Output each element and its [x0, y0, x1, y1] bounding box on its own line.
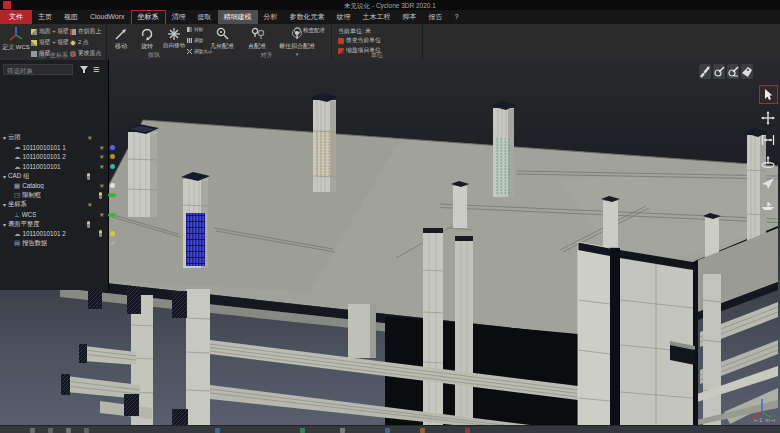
light-toggle-icon[interactable]	[99, 230, 102, 237]
tree-item-flatness-cloud[interactable]: ☁ 10110010101 2	[0, 229, 120, 239]
taskbar-icon[interactable]	[420, 428, 425, 433]
on-section-icon	[70, 29, 76, 35]
tab-analysis[interactable]: 分析	[258, 10, 284, 24]
ucs-wall-wall-button[interactable]: 墙壁 + 墙壁	[31, 38, 69, 47]
light-toggle-icon[interactable]	[99, 192, 102, 199]
object-tree-panel: 筛选对象 ≡ ▾ 云团 ✳ ☁ 10110010101 1 ✳ ☁ 101100…	[0, 60, 109, 290]
panel-menu-icon[interactable]: ≡	[93, 62, 99, 76]
taskbar-icon[interactable]	[300, 428, 305, 433]
tab-home[interactable]: 主页	[32, 10, 58, 24]
free-move-button[interactable]: 自由移动	[161, 27, 187, 49]
annotate-distance-button[interactable]	[727, 64, 739, 79]
annotate-point-button[interactable]	[713, 64, 725, 79]
move-arrow-icon	[114, 27, 128, 41]
expander-icon[interactable]: ▾	[3, 221, 6, 228]
tree-group-surface-flatness[interactable]: ▾ 表面平整度	[0, 219, 108, 229]
wall-wall-icon	[31, 40, 37, 46]
catalog-icon: ▦	[14, 182, 20, 190]
tab-extract[interactable]: 提取	[192, 10, 218, 24]
tree-item-cloud-2[interactable]: ☁ 10110010101 2 ✳	[0, 152, 120, 162]
change-unit-button[interactable]: 改变当前单位	[338, 36, 381, 45]
tree-item-cloud-1[interactable]: ☁ 10110010101 1 ✳	[0, 143, 120, 153]
adjust-button[interactable]: 调整	[187, 38, 203, 43]
taskbar-icon[interactable]	[84, 428, 89, 433]
define-wcs-button[interactable]: 定义 WCS	[2, 26, 30, 52]
visibility-icon[interactable]: ✳	[87, 134, 92, 141]
os-taskbar[interactable]	[0, 425, 780, 433]
visibility-icon[interactable]: ✳	[87, 201, 92, 208]
tab-civil[interactable]: 土木工程	[357, 10, 397, 24]
green-toggle[interactable]	[108, 213, 116, 217]
visibility-icon[interactable]: ✳	[99, 211, 104, 218]
tab-cloudworx[interactable]: CloudWorx	[84, 10, 131, 24]
visibility-icon[interactable]: ✳	[99, 144, 104, 151]
rotate-icon	[140, 27, 154, 41]
report-icon: ▤	[14, 239, 20, 247]
geo-registration-button[interactable]: 几何配准	[206, 26, 238, 51]
distance-tool-button[interactable]	[760, 131, 777, 148]
tree-item-wcs[interactable]: ⊥ WCS ✳	[0, 210, 120, 220]
tab-view[interactable]: 视图	[58, 10, 84, 24]
tree-item-report-data[interactable]: ▤ 报告数据 ⌕	[0, 239, 120, 249]
taskbar-icon[interactable]	[66, 428, 71, 433]
visibility-icon[interactable]: ✳	[99, 182, 104, 189]
light-toggle-icon[interactable]	[87, 173, 90, 180]
taskbar-icon[interactable]	[340, 428, 345, 433]
tab-texturing[interactable]: 纹理	[331, 10, 357, 24]
geo-registration-icon	[215, 26, 230, 41]
tree-item-limit-box[interactable]: ◳ 限制框	[0, 191, 120, 201]
ribbon: 定义 WCS 地面 + 墙壁 墙壁 + 墙壁 墙壁 在切面上 2 点	[0, 24, 780, 60]
mirror-button[interactable]: 对称	[187, 27, 203, 32]
walk-tool-button[interactable]	[760, 197, 777, 214]
green-toggle[interactable]	[108, 193, 116, 197]
measure-pen-button[interactable]	[699, 64, 711, 79]
magnifier-icon[interactable]: ⌕	[111, 239, 115, 247]
taskbar-icon[interactable]	[385, 428, 390, 433]
ucs-ground-wall-button[interactable]: 地面 + 墙壁	[31, 27, 69, 36]
taskbar-icon[interactable]	[48, 428, 53, 433]
orbit-tool-button[interactable]	[760, 153, 777, 170]
tree-item-catalog[interactable]: ▦ Catalog ✳	[0, 181, 120, 191]
tree-group-coordinate-systems[interactable]: ▾ 坐标系 ✳	[0, 200, 108, 210]
taskbar-icon[interactable]	[465, 428, 470, 433]
tab-file[interactable]: 文件	[0, 10, 32, 24]
expander-icon[interactable]: ▾	[3, 173, 6, 180]
visibility-icon[interactable]: ✳	[99, 163, 104, 170]
bestfit-registration-icon	[290, 27, 304, 41]
turntable-icon	[761, 155, 775, 169]
limit-box-icon: ◳	[14, 191, 20, 199]
taskbar-icon[interactable]	[215, 428, 220, 433]
expander-icon[interactable]: ▾	[3, 201, 6, 208]
title-bar: 未见说化 - Cyclone 3DR 2020.1	[0, 0, 780, 10]
ground-wall-icon	[31, 29, 37, 35]
taskbar-icon[interactable]	[30, 428, 35, 433]
light-toggle-icon[interactable]	[87, 221, 90, 228]
two-points-icon	[70, 40, 76, 46]
filter-funnel-stem	[83, 70, 85, 73]
tree-item-cloud-3[interactable]: ☁ 10110010101 ✳	[0, 162, 120, 172]
pan-tool-button[interactable]	[760, 109, 777, 126]
select-tool-button[interactable]	[759, 85, 778, 104]
ucs-2-points-button[interactable]: 2 点	[70, 38, 89, 47]
tag-icon	[741, 66, 753, 78]
tab-script[interactable]: 脚本	[397, 10, 423, 24]
cloud-icon: ☁	[14, 230, 21, 238]
visibility-icon[interactable]: ✳	[99, 153, 104, 160]
tag-label-button[interactable]	[741, 64, 753, 79]
group-label-manipulate: 操纵	[107, 51, 201, 60]
filter-input[interactable]: 筛选对象	[3, 64, 73, 75]
expander-icon[interactable]: ▾	[3, 134, 6, 141]
tree-group-cad[interactable]: ▾ CAD 组	[0, 171, 108, 181]
fly-tool-button[interactable]	[760, 175, 777, 192]
paper-plane-icon	[761, 177, 775, 190]
rotate-button[interactable]: 旋转	[135, 27, 159, 51]
move-button[interactable]: 移动	[109, 27, 133, 51]
annotate-distance-icon	[728, 66, 739, 78]
tab-help[interactable]: ?	[449, 10, 465, 24]
tab-parametric[interactable]: 参数化元素	[284, 10, 331, 24]
tab-cleaning[interactable]: 清理	[166, 10, 192, 24]
tab-fine-modeling[interactable]: 精细建模	[218, 10, 258, 24]
tree-group-clouds[interactable]: ▾ 云团 ✳	[0, 133, 108, 143]
tab-report[interactable]: 报告	[423, 10, 449, 24]
ucs-on-section-button[interactable]: 在切面上	[70, 27, 101, 36]
